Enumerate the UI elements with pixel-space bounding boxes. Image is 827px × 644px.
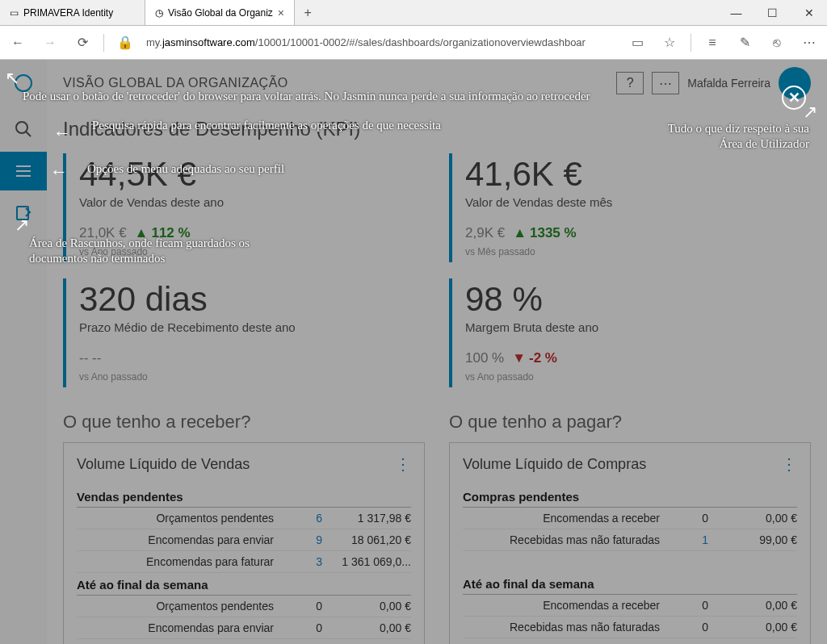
browser-tab[interactable]: ◷ Visão Global da Organiz × — [145, 0, 295, 25]
app-root: VISÃO GLOBAL DA ORGANIZAÇÃO ? ⋯ Mafalda … — [0, 60, 827, 644]
kpi-prev: -- -- — [79, 350, 101, 366]
row-label: Orçamentos pendentes — [77, 512, 290, 525]
row-label: Recebidas mas não faturadas — [463, 533, 676, 546]
help-button[interactable]: ? — [616, 72, 644, 94]
row-count: 0 — [676, 621, 708, 634]
section-title: Indicadores de Desempenho (KPI) — [63, 118, 811, 140]
row-label: Encomendas para enviar — [77, 533, 290, 546]
row-count[interactable]: 3 — [290, 555, 322, 568]
app-logo[interactable] — [0, 60, 47, 107]
user-name[interactable]: Mafalda Ferreira — [687, 77, 770, 90]
back-button[interactable]: ← — [6, 31, 29, 54]
row-count: 0 — [676, 599, 708, 612]
reading-icon[interactable]: ▭ — [626, 31, 649, 54]
table-row: Encomendas para enviar918 061,20 € — [77, 529, 411, 551]
new-tab-button[interactable]: + — [295, 0, 321, 25]
left-rail — [0, 60, 47, 644]
row-label: Recebidas mas não faturadas — [463, 621, 676, 634]
tab-icon: ▭ — [10, 7, 19, 19]
row-label: Encomendas para faturar — [77, 555, 290, 568]
sub-heading: O que tenho a receber? — [63, 412, 425, 433]
row-amount: 0,00 € — [708, 621, 797, 634]
panel-menu-icon[interactable]: ⋮ — [395, 454, 411, 474]
table-row: Encomendas a receber00,00 € — [463, 508, 797, 529]
content-area: VISÃO GLOBAL DA ORGANIZAÇÃO ? ⋯ Mafalda … — [47, 60, 827, 644]
panel-section: Compras pendentes — [463, 485, 797, 508]
row-amount: 99,00 € — [708, 533, 797, 546]
kpi-card: 98 % Margem Bruta deste ano 100 % -2 % v… — [449, 278, 811, 387]
hub-icon[interactable]: ≡ — [701, 31, 724, 54]
window-controls: — ☐ ✕ — [718, 0, 827, 25]
favorite-icon[interactable]: ☆ — [658, 31, 681, 54]
search-icon[interactable] — [0, 110, 47, 148]
kpi-card: 41,6K € Valor de Vendas deste mês 2,9K €… — [449, 153, 811, 262]
kpi-value: 44,5K € — [79, 155, 425, 194]
table-row: Recebidas mas não faturadas00,00 € — [463, 617, 797, 638]
lock-icon: 🔒 — [114, 31, 136, 54]
tab-title: Visão Global da Organiz — [168, 7, 273, 19]
maximize-button[interactable]: ☐ — [754, 0, 791, 25]
table-row: Recebidas mas não faturadas199,00 € — [463, 529, 797, 551]
svg-point-1 — [16, 122, 27, 133]
minimize-button[interactable]: — — [718, 0, 754, 25]
kpi-card: 320 dias Prazo Médio de Recebimento dest… — [63, 278, 425, 387]
tour-close-button[interactable]: ✕ — [782, 86, 806, 110]
kpi-value: 41,6K € — [465, 155, 811, 194]
more-icon[interactable]: ⋯ — [798, 31, 821, 54]
row-count[interactable]: 9 — [290, 533, 322, 546]
row-amount: 1 317,98 € — [322, 512, 411, 525]
more-button[interactable]: ⋯ — [652, 72, 679, 94]
kpi-value: 320 dias — [79, 280, 425, 319]
row-count[interactable]: 1 — [676, 533, 708, 546]
row-amount: 0,00 € — [322, 600, 411, 613]
tab-icon: ◷ — [155, 7, 163, 19]
table-row: Encomendas para faturar31 361 069,0... — [77, 551, 411, 573]
row-amount: 0,00 € — [708, 512, 797, 525]
panel-section: Até ao final da semana — [77, 573, 411, 596]
row-amount: 1 361 069,0... — [322, 555, 411, 568]
row-amount: 0,00 € — [322, 621, 411, 634]
forward-button[interactable]: → — [39, 31, 61, 54]
table-row: Orçamentos pendentes61 317,98 € — [77, 508, 411, 529]
close-button[interactable]: ✕ — [791, 0, 827, 25]
kpi-vs: vs Mês passado — [465, 246, 811, 257]
row-amount: 0,00 € — [708, 599, 797, 612]
table-row: Encomendas a receber00,00 € — [463, 595, 797, 617]
notes-icon[interactable]: ✎ — [733, 31, 756, 54]
kpi-prev: 100 % — [465, 350, 504, 366]
panel-title: Volume Líquido de Compras — [463, 456, 646, 473]
panel-purchases: Volume Líquido de Compras ⋮ Compras pend… — [449, 442, 811, 644]
kpi-card: 44,5K € Valor de Vendas deste ano 21,0K … — [63, 153, 425, 262]
svg-point-0 — [15, 75, 31, 91]
url-text: my. — [146, 36, 162, 48]
row-count: 0 — [676, 512, 708, 525]
drafts-icon[interactable] — [0, 194, 47, 232]
share-icon[interactable]: ⎋ — [766, 31, 788, 54]
browser-toolbar: ← → ⟳ 🔒 my.jasminsoftware.com/10001/1000… — [0, 26, 827, 60]
separator — [691, 34, 691, 52]
separator — [103, 34, 104, 52]
kpi-vs: vs Ano passado — [79, 246, 425, 257]
kpi-vs: vs Ano passado — [79, 371, 425, 383]
row-label: Encomendas para enviar — [77, 621, 290, 634]
close-icon[interactable]: × — [278, 6, 284, 19]
row-label: Orçamentos pendentes — [77, 600, 290, 613]
row-count: 0 — [290, 600, 322, 613]
url-path: /10001/10001-0002/#/sales/dashboards/org… — [255, 36, 586, 48]
table-row: Encomendas para enviar00,00 € — [77, 617, 411, 639]
panel-section: Até ao final da semana — [463, 572, 797, 595]
app-header: VISÃO GLOBAL DA ORGANIZAÇÃO ? ⋯ Mafalda … — [63, 60, 811, 107]
refresh-button[interactable]: ⟳ — [71, 31, 94, 54]
browser-tab[interactable]: ▭ PRIMAVERA Identity — [0, 0, 145, 25]
panel-sales: Volume Líquido de Vendas ⋮ Vendas penden… — [63, 442, 425, 644]
kpi-delta: -2 % — [512, 350, 557, 366]
row-count[interactable]: 6 — [290, 512, 322, 525]
url-host: jasminsoftware.com — [162, 36, 255, 48]
sub-heading: O que tenho a pagar? — [449, 412, 811, 433]
panel-section: Vendas pendentes — [77, 485, 411, 508]
url-bar[interactable]: my.jasminsoftware.com/10001/10001-0002/#… — [146, 36, 616, 48]
browser-tab-strip: ▭ PRIMAVERA Identity ◷ Visão Global da O… — [0, 0, 827, 26]
panel-menu-icon[interactable]: ⋮ — [781, 454, 797, 474]
menu-icon[interactable] — [0, 152, 47, 190]
panel-title: Volume Líquido de Vendas — [77, 456, 250, 473]
